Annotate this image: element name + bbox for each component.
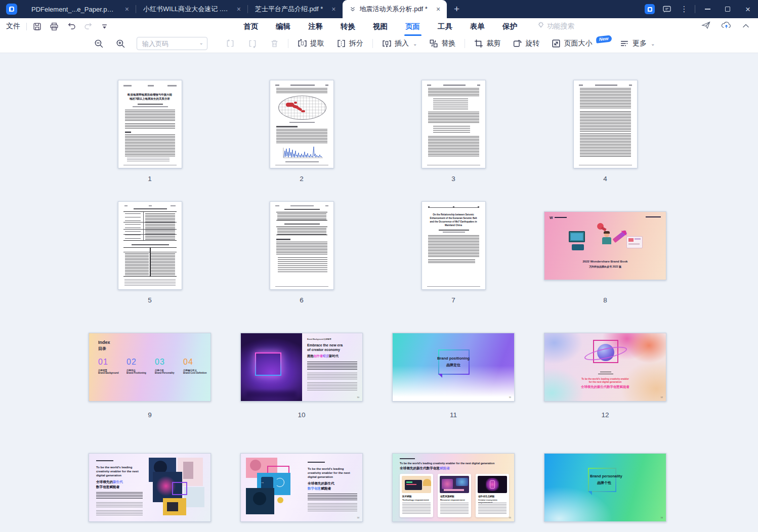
wondershare-logo: W (550, 216, 553, 219)
tab-label: 小红书WILL商业大会速记 .pdf (143, 5, 228, 14)
titlebar-separator (695, 5, 695, 13)
tab-label: PDFelement_...e_Paper.pdf * (31, 6, 116, 13)
page7-title: On the Relationship between Seismic Enha… (422, 213, 485, 227)
crop-label: 裁剪 (486, 39, 500, 48)
insert-dropdown-chevron-icon[interactable]: ⌄ (413, 41, 417, 47)
tab-close-icon[interactable]: × (330, 5, 337, 13)
speech-bubble-frame (438, 349, 470, 375)
vision-en: To be the world's leadingcreativity enab… (96, 465, 139, 477)
print-icon[interactable] (50, 22, 59, 31)
redo-icon (84, 22, 93, 31)
chevron-double-down-icon[interactable] (350, 6, 356, 12)
more-menu-kebab-icon[interactable]: ⋮ (676, 0, 693, 18)
vision-en: To be the world's leadingcreativity enab… (308, 467, 350, 479)
menu-view[interactable]: 视图 (372, 19, 389, 34)
collapse-ribbon-icon[interactable] (742, 22, 750, 31)
file-menu[interactable]: 文件 (6, 22, 20, 31)
page-thumbnail-12[interactable]: To be the world's leading creativity ena… (544, 333, 666, 402)
cloud-upload-icon[interactable] (721, 21, 732, 32)
menubar-right-icons (701, 21, 750, 32)
photo-collage: → (246, 458, 304, 518)
save-icon[interactable] (33, 22, 41, 31)
menu-tools[interactable]: 工具 (437, 19, 453, 34)
app-logo-icon (6, 4, 17, 15)
slide-title-zh: 品牌定位 (393, 363, 514, 368)
menu-home[interactable]: 首页 (242, 19, 259, 34)
tab-document-4-active[interactable]: 地震活动关系分析.pdf * × (343, 0, 447, 18)
page-thumbnail-9[interactable]: Index 目录 01 品牌背景 Brand Background 02 品牌定… (89, 333, 211, 402)
page-thumbnail-7[interactable]: On the Relationship between Seismic Enha… (422, 201, 486, 290)
new-tab-button[interactable]: + (447, 4, 467, 15)
tab-close-icon[interactable]: × (435, 5, 442, 13)
menubar: 文件 首页 编辑 注释 转换 视图 页面 工具 表单 保护 功能搜索 (0, 18, 758, 34)
vision-en: To be the world's leading creativity ena… (400, 462, 494, 465)
page-thumbnail-4[interactable] (573, 80, 638, 168)
menu-convert[interactable]: 转换 (340, 19, 356, 34)
page-number-input[interactable] (137, 37, 207, 50)
tab-document-1[interactable]: PDFelement_...e_Paper.pdf * × (24, 0, 136, 18)
page-thumbnail-2[interactable] (270, 80, 334, 168)
page-thumbnail-11[interactable]: Brand positioning 品牌定位 11 (392, 333, 515, 402)
vision-zh-2: 数字创意赋能者 (308, 486, 331, 491)
share-icon[interactable] (701, 21, 711, 32)
tab-label: 地震活动关系分析.pdf * (360, 5, 428, 14)
page-thumbnail-3[interactable] (422, 80, 486, 168)
replace-pages-button[interactable]: 替换 (429, 39, 455, 48)
split-pages-button[interactable]: 拆分 (336, 39, 363, 48)
more-label: 更多 (633, 39, 647, 48)
menu-edit[interactable]: 编辑 (275, 19, 291, 34)
lightbulb-icon (537, 22, 544, 31)
page-thumbnail-5[interactable] (118, 201, 182, 290)
photo-collage (149, 458, 206, 518)
more-tools-button[interactable]: 更多 ⌄ (620, 39, 655, 48)
tab-document-3[interactable]: 芝士平台产品介绍.pdf * × (248, 0, 343, 18)
zoom-in-button[interactable] (116, 39, 125, 49)
pdfelement-badge-icon[interactable] (641, 0, 658, 18)
insert-pages-button[interactable]: 插入 ⌄ (382, 39, 417, 48)
page-thumbnail-1[interactable]: 欧亚地震带地震活动增强与中国大陆地区7级以上地震发生的关系分析 (118, 80, 182, 168)
menu-comment[interactable]: 注释 (307, 19, 324, 34)
table-figure-2 (123, 247, 177, 277)
menu-form[interactable]: 表单 (469, 19, 486, 34)
main-menu: 首页 编辑 注释 转换 视图 页面 工具 表单 保护 (242, 19, 518, 34)
undo-icon[interactable] (67, 22, 76, 31)
page-input-chevron-icon[interactable]: ⌄ (199, 40, 203, 46)
crop-pages-button[interactable]: 裁剪 (474, 39, 500, 48)
page-size-button[interactable]: 页面大小 New (552, 39, 611, 48)
maximize-button[interactable] (718, 0, 738, 18)
feature-search[interactable]: 功能搜索 (537, 22, 574, 31)
menu-protect[interactable]: 保护 (501, 19, 518, 34)
tab-document-2[interactable]: 小红书WILL商业大会速记 .pdf × (136, 0, 247, 18)
page-size-label: 页面大小 (564, 39, 592, 48)
page-thumbnail-8[interactable]: W (544, 211, 666, 280)
feedback-icon[interactable] (658, 0, 676, 18)
zoom-out-button[interactable] (94, 39, 104, 49)
page-thumbnail-10[interactable]: Brand Background 品牌背景 Embrace the new er… (240, 333, 363, 402)
more-dropdown-chevron-icon[interactable]: ⌄ (651, 41, 655, 47)
split-label: 拆分 (349, 39, 363, 48)
tab-close-icon[interactable]: × (123, 5, 131, 13)
page-number-label: 3 (451, 175, 455, 183)
quick-access-dropdown-icon[interactable] (101, 23, 108, 30)
extract-label: 提取 (310, 39, 324, 48)
vision-zh: 全球领先的新生代数字创意赋能者 (544, 385, 666, 389)
page-number-label: 4 (603, 175, 607, 183)
extract-pages-button[interactable]: 提取 (298, 39, 324, 48)
minimize-button[interactable] (697, 0, 718, 18)
page-number-label: 6 (300, 296, 304, 304)
page-number-label: 9 (148, 411, 152, 419)
page-thumbnail-13[interactable]: To be the world's leadingcreativity enab… (89, 453, 211, 522)
close-button[interactable]: × (738, 0, 758, 18)
page-thumbnail-16[interactable]: Brand personality 品牌个性 16 (544, 453, 666, 522)
seismic-chart-figure (281, 146, 324, 160)
page-thumbnail-15[interactable]: To be the world's leading creativity ena… (392, 453, 515, 522)
titlebar: PDFelement_...e_Paper.pdf * × 小红书WILL商业大… (0, 0, 758, 18)
cover-illustration (568, 223, 644, 256)
replace-label: 替换 (441, 39, 455, 48)
tab-close-icon[interactable]: × (235, 5, 242, 13)
page-thumbnail-14[interactable]: → To be the world's leadingcreativity en… (240, 453, 363, 522)
page-thumbnail-6[interactable] (270, 201, 334, 290)
menu-page-active[interactable]: 页面 (404, 19, 421, 34)
rotate-pages-button[interactable]: 旋转 (513, 39, 539, 48)
speech-bubble-frame (588, 468, 616, 492)
